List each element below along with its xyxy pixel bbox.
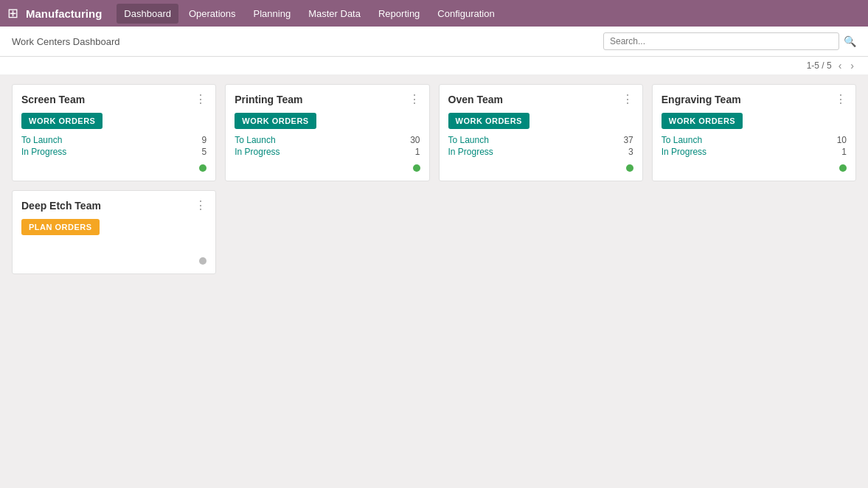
app-brand: Manufacturing [26, 7, 102, 20]
stat-row: In Progress 1 [662, 147, 847, 157]
card-printing-team-menu-icon[interactable]: ⋮ [409, 94, 420, 105]
card-deep-etch-team-menu-icon[interactable]: ⋮ [195, 200, 206, 212]
pagination-next-button[interactable]: › [848, 60, 856, 72]
card-engraving-team-work-orders-button[interactable]: WORK ORDERS [662, 113, 743, 129]
main-menu: Dashboard Operations Planning Master Dat… [117, 4, 861, 24]
status-dot-green [626, 164, 633, 172]
stat-to-launch-value: 9 [202, 135, 207, 145]
card-printing-team: Printing Team ⋮ WORK ORDERS To Launch 30… [225, 84, 429, 181]
card-oven-team-footer [448, 164, 633, 172]
card-screen-team-stats: To Launch 9 In Progress 5 [21, 135, 206, 157]
card-printing-team-footer [235, 164, 420, 172]
card-oven-team-title: Oven Team [448, 94, 503, 105]
stat-in-progress-value: 3 [628, 147, 633, 157]
card-deep-etch-team: Deep Etch Team ⋮ PLAN ORDERS [12, 190, 216, 274]
search-icon[interactable]: 🔍 [844, 35, 856, 47]
nav-item-dashboard[interactable]: Dashboard [117, 4, 178, 24]
pagination-label: 1-5 / 5 [807, 60, 832, 71]
stat-to-launch-label[interactable]: To Launch [235, 135, 275, 145]
search-input[interactable] [603, 32, 839, 50]
card-printing-team-work-orders-button[interactable]: WORK ORDERS [235, 113, 316, 129]
card-screen-team-header: Screen Team ⋮ [21, 94, 206, 105]
card-printing-team-title: Printing Team [235, 94, 302, 105]
card-engraving-team: Engraving Team ⋮ WORK ORDERS To Launch 1… [652, 84, 856, 181]
main-content: Screen Team ⋮ WORK ORDERS To Launch 9 In… [0, 75, 868, 190]
card-engraving-team-stats: To Launch 10 In Progress 1 [662, 135, 847, 157]
stat-in-progress-label[interactable]: In Progress [235, 147, 280, 157]
nav-item-master-data[interactable]: Master Data [301, 4, 368, 24]
stat-to-launch-value: 10 [837, 135, 847, 145]
status-dot-gray [199, 257, 206, 265]
stat-in-progress-value: 1 [415, 147, 420, 157]
card-oven-team-header: Oven Team ⋮ [448, 94, 633, 105]
pagination-bar: 1-5 / 5 ‹ › [0, 57, 868, 75]
card-screen-team-menu-icon[interactable]: ⋮ [195, 94, 206, 105]
card-oven-team-work-orders-button[interactable]: WORK ORDERS [448, 113, 530, 129]
stat-in-progress-label[interactable]: In Progress [448, 147, 493, 157]
stat-row: To Launch 30 [235, 135, 420, 145]
card-screen-team-footer [21, 164, 206, 172]
card-deep-etch-team-header: Deep Etch Team ⋮ [21, 200, 206, 212]
card-printing-team-stats: To Launch 30 In Progress 1 [235, 135, 420, 157]
card-engraving-team-menu-icon[interactable]: ⋮ [835, 94, 847, 105]
stat-to-launch-label[interactable]: To Launch [21, 135, 62, 145]
card-screen-team-work-orders-button[interactable]: WORK ORDERS [21, 113, 103, 129]
stat-row: To Launch 9 [21, 135, 206, 145]
subheader: Work Centers Dashboard 🔍 [0, 27, 868, 57]
card-screen-team-title: Screen Team [21, 94, 85, 105]
status-dot-green [839, 164, 847, 172]
stat-row: To Launch 37 [448, 135, 633, 145]
card-deep-etch-team-footer [21, 257, 206, 265]
card-oven-team-menu-icon[interactable]: ⋮ [622, 94, 633, 105]
nav-item-reporting[interactable]: Reporting [371, 4, 427, 24]
nav-item-operations[interactable]: Operations [181, 4, 243, 24]
stat-row: In Progress 1 [235, 147, 420, 157]
card-deep-etch-team-title: Deep Etch Team [21, 200, 101, 212]
card-engraving-team-footer [662, 164, 847, 172]
stat-in-progress-value: 1 [841, 147, 847, 157]
stat-row: In Progress 5 [21, 147, 206, 157]
card-printing-team-header: Printing Team ⋮ [235, 94, 420, 105]
stat-to-launch-label[interactable]: To Launch [662, 135, 702, 145]
card-engraving-team-header: Engraving Team ⋮ [662, 94, 847, 105]
second-row-content: Deep Etch Team ⋮ PLAN ORDERS [0, 190, 868, 283]
pagination-prev-button[interactable]: ‹ [836, 60, 844, 72]
card-oven-team: Oven Team ⋮ WORK ORDERS To Launch 37 In … [439, 84, 643, 181]
stat-in-progress-label[interactable]: In Progress [662, 147, 706, 157]
stat-to-launch-value: 30 [410, 135, 420, 145]
breadcrumb: Work Centers Dashboard [12, 36, 119, 47]
nav-item-planning[interactable]: Planning [246, 4, 299, 24]
card-oven-team-stats: To Launch 37 In Progress 3 [448, 135, 633, 157]
stat-in-progress-value: 5 [202, 147, 207, 157]
stat-in-progress-label[interactable]: In Progress [21, 147, 66, 157]
card-deep-etch-team-plan-orders-button[interactable]: PLAN ORDERS [21, 219, 100, 235]
stat-to-launch-value: 37 [623, 135, 633, 145]
stat-to-launch-label[interactable]: To Launch [448, 135, 489, 145]
apps-grid-icon[interactable]: ⊞ [7, 5, 18, 21]
card-engraving-team-title: Engraving Team [662, 94, 741, 105]
top-navigation: ⊞ Manufacturing Dashboard Operations Pla… [0, 0, 868, 27]
stat-row: To Launch 10 [662, 135, 847, 145]
search-area: 🔍 [603, 32, 856, 50]
card-screen-team: Screen Team ⋮ WORK ORDERS To Launch 9 In… [12, 84, 216, 181]
stat-row: In Progress 3 [448, 147, 633, 157]
status-dot-green [413, 164, 420, 172]
status-dot-green [199, 164, 206, 172]
nav-item-configuration[interactable]: Configuration [430, 4, 501, 24]
